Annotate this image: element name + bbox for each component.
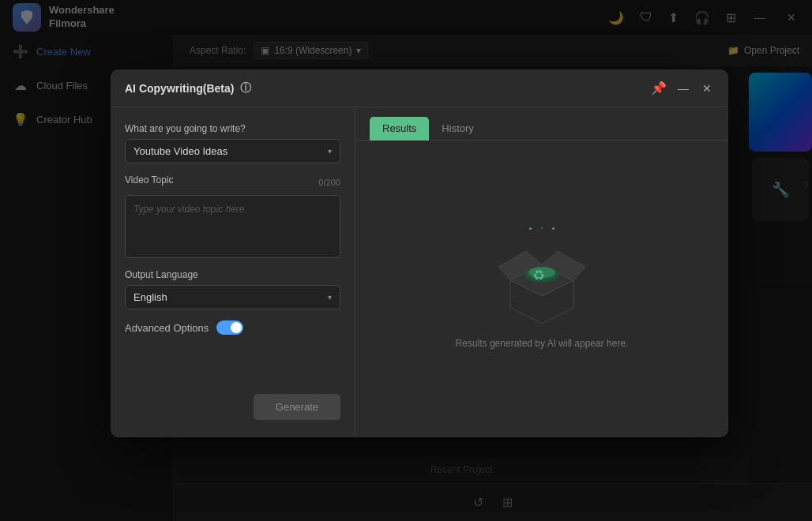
language-label: Output Language xyxy=(125,269,340,280)
results-content: ♻ Results generated by AI will appear he… xyxy=(355,141,728,436)
modal-tabs: Results History xyxy=(355,107,728,141)
write-type-section: What are you going to write? Youtube Vid… xyxy=(125,123,340,163)
language-dropdown[interactable]: English ▾ xyxy=(125,285,340,309)
dropdown-arrow-icon: ▾ xyxy=(328,147,332,156)
modal-header: AI Copywriting(Beta) ⓘ 📌 — ✕ xyxy=(111,69,728,107)
char-count: 0/200 xyxy=(318,178,340,187)
write-type-value: Youtube Video Ideas xyxy=(133,145,227,157)
modal-body: What are you going to write? Youtube Vid… xyxy=(111,107,728,436)
generate-button[interactable]: Generate xyxy=(254,394,340,420)
modal-form-panel: What are you going to write? Youtube Vid… xyxy=(111,107,355,436)
pin-icon[interactable]: 📌 xyxy=(651,81,667,96)
modal-minimize-button[interactable]: — xyxy=(676,81,690,96)
video-topic-header: Video Topic 0/200 xyxy=(125,174,340,190)
ai-illustration: ♻ xyxy=(494,227,589,322)
tab-results[interactable]: Results xyxy=(370,117,429,140)
toggle-knob xyxy=(231,322,242,333)
write-type-label: What are you going to write? xyxy=(125,123,340,134)
svg-point-7 xyxy=(528,267,556,279)
advanced-options-label: Advanced Options xyxy=(125,322,209,334)
advanced-options-row: Advanced Options xyxy=(125,320,340,335)
results-placeholder-text: Results generated by AI will appear here… xyxy=(456,338,629,349)
language-dropdown-arrow-icon: ▾ xyxy=(328,293,332,302)
ai-copywriting-modal: AI Copywriting(Beta) ⓘ 📌 — ✕ What are yo… xyxy=(111,69,728,437)
modal-results-panel: Results History xyxy=(355,107,728,436)
modal-header-controls: 📌 — ✕ xyxy=(651,81,714,96)
language-section: Output Language English ▾ xyxy=(125,269,340,309)
video-topic-textarea[interactable] xyxy=(125,195,340,258)
modal-title: AI Copywriting(Beta) ⓘ xyxy=(125,81,251,96)
info-icon[interactable]: ⓘ xyxy=(240,81,251,96)
write-type-dropdown[interactable]: Youtube Video Ideas ▾ xyxy=(125,139,340,163)
language-value: English xyxy=(133,291,167,303)
video-topic-label: Video Topic xyxy=(125,174,174,186)
tab-history[interactable]: History xyxy=(429,117,486,140)
video-topic-section: Video Topic 0/200 xyxy=(125,174,340,258)
modal-close-button[interactable]: ✕ xyxy=(700,81,714,96)
advanced-options-toggle[interactable] xyxy=(216,320,243,335)
